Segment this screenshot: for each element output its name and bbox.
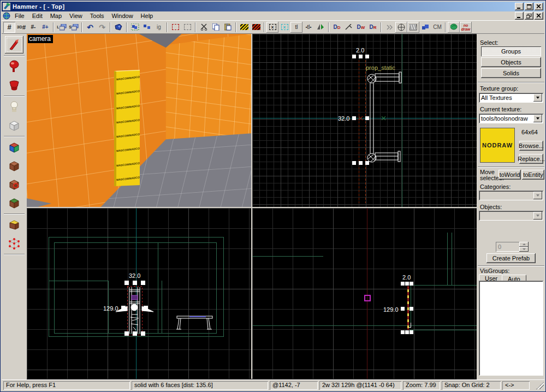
browse-button[interactable]: Browse... — [519, 141, 543, 151]
spinner-up-icon[interactable] — [519, 242, 529, 247]
show-hidden-button[interactable] — [250, 22, 262, 33]
cordon-edit-button[interactable] — [169, 22, 181, 33]
paste-button[interactable] — [222, 22, 234, 33]
menu-bar: File Edit Map View Tools Window Help — [2, 11, 544, 21]
overlay-tool-button[interactable] — [5, 194, 23, 212]
save-window-state-button[interactable]: S — [68, 22, 80, 33]
smaller-grid-button[interactable]: #- — [27, 22, 39, 33]
select-groups-button[interactable]: Groups — [481, 46, 541, 56]
menu-map[interactable]: Map — [46, 11, 66, 20]
cut-button[interactable] — [198, 22, 210, 33]
ladder-prop-wireframe[interactable] — [116, 287, 153, 334]
vertex-cube-icon — [8, 237, 21, 250]
close-button[interactable] — [535, 3, 543, 10]
mdi-minimize-button[interactable] — [515, 12, 524, 20]
path-tool-button[interactable] — [343, 22, 355, 33]
viewport-top[interactable]: 2.0 32.0 prop_static — [252, 34, 477, 207]
palette-separator — [4, 213, 25, 215]
vertex-tool-button[interactable] — [5, 235, 23, 252]
toggle-grid-button[interactable]: # — [3, 22, 15, 33]
select-solids-button[interactable]: Solids — [481, 68, 541, 78]
texture-grid-button[interactable] — [407, 22, 419, 33]
group-button[interactable] — [129, 22, 141, 33]
status-coordinates: @1142, -7 — [270, 381, 318, 390]
viewport-splitter-vertical[interactable] — [251, 34, 252, 379]
copy-button[interactable] — [210, 22, 222, 33]
larger-grid-button[interactable]: #+ — [39, 22, 51, 33]
sound-browser-button[interactable] — [383, 22, 395, 33]
undo-button[interactable]: ↶ — [84, 22, 96, 33]
minimize-button[interactable] — [515, 3, 524, 10]
table-prop-wireframe[interactable] — [176, 316, 212, 329]
mdi-close-button[interactable] — [535, 12, 543, 20]
texture-scale-lock-button[interactable]: •tl• — [302, 22, 314, 33]
toggle-dw-button[interactable]: DW — [355, 22, 367, 33]
magnify-tool-button[interactable] — [5, 58, 23, 75]
ungroup-button[interactable] — [141, 22, 153, 33]
selection-mode-button[interactable]: x — [266, 22, 278, 33]
toggle-3d-grid-button[interactable]: 3D# — [15, 22, 27, 33]
load-window-state-button[interactable]: L — [56, 22, 68, 33]
clipping-tool-button[interactable] — [5, 216, 23, 234]
dim-height-label: 129.0 — [103, 305, 118, 312]
toggle-dd-button[interactable]: DD — [331, 22, 343, 33]
texture-preview[interactable]: NODRAW — [480, 128, 515, 163]
models-toggle-button[interactable] — [419, 22, 431, 33]
apply-nodraw-button[interactable]: nodraw — [460, 22, 472, 33]
main-toolbar: # 3D# #- #+ L S ↶ ↷ ig x x tl •tl• DD D — [2, 21, 544, 34]
menu-window[interactable]: Window — [108, 11, 136, 20]
mdi-restore-button[interactable] — [525, 12, 533, 20]
toolbar-separator — [264, 22, 265, 32]
maximize-button[interactable] — [525, 3, 533, 10]
visgroups-label: VisGroups: — [480, 268, 509, 274]
flip-horizontal-button[interactable] — [314, 22, 327, 33]
helpers-toggle-button[interactable] — [395, 22, 407, 33]
selected-brush-edges[interactable] — [359, 60, 365, 203]
apply-current-texture-button[interactable] — [5, 157, 23, 175]
to-entity-button[interactable]: toEntity — [522, 170, 544, 180]
menu-file[interactable]: File — [11, 11, 28, 20]
block-tool-button[interactable] — [5, 117, 23, 134]
menu-help[interactable]: Help — [137, 11, 157, 20]
move-selected-label: Move selected: — [480, 169, 500, 181]
title-bar[interactable]: Hammer - [ - Top] — [2, 2, 544, 11]
camera-tool-button[interactable] — [5, 76, 23, 94]
menu-tools[interactable]: Tools — [86, 11, 108, 20]
cm-button[interactable]: CM — [431, 22, 443, 33]
carve-button[interactable] — [112, 22, 124, 33]
menu-edit[interactable]: Edit — [28, 11, 46, 20]
panel-separator — [478, 167, 544, 168]
cordon-toggle-button[interactable] — [181, 22, 193, 33]
face-edit-button[interactable] — [448, 22, 460, 33]
texture-application-tool-button[interactable] — [5, 139, 23, 156]
texture-lock-button[interactable]: tl — [290, 22, 302, 33]
texture-size-label: 64x64 — [521, 129, 538, 135]
ignore-groups-button[interactable]: ig — [153, 22, 165, 33]
resize-grip[interactable] — [536, 382, 544, 389]
entity-tool-button[interactable] — [5, 98, 23, 116]
nodraw-brush-3d[interactable]: MADCOWMADCOW MADCOWMADCOW MADCOWMADCOW M… — [114, 70, 140, 186]
texture-group-combo[interactable]: All Textures — [479, 93, 543, 103]
selection-tool-button[interactable] — [5, 36, 23, 54]
prefab-angle-spinner: 0 — [496, 242, 529, 252]
create-prefab-button[interactable]: Create Prefab — [486, 253, 536, 263]
toggle-dr-button[interactable]: DR — [367, 22, 379, 33]
visgroups-list[interactable] — [479, 281, 543, 376]
to-world-button[interactable]: toWorld — [498, 170, 521, 180]
redo-button[interactable]: ↷ — [96, 22, 108, 33]
chevron-down-icon[interactable] — [533, 94, 542, 102]
apply-decals-button[interactable] — [5, 176, 23, 193]
viewport-front[interactable]: 32.0 129.0 — [27, 208, 251, 379]
select-objects-button[interactable]: Objects — [481, 57, 541, 67]
viewport-3d[interactable]: MADCOWMADCOW MADCOWMADCOW MADCOWMADCOW M… — [27, 34, 251, 207]
magnify-selection-button[interactable]: x — [278, 22, 290, 33]
menu-view[interactable]: View — [66, 11, 86, 20]
chevron-down-icon[interactable] — [533, 115, 542, 122]
replace-button[interactable]: Replace... — [519, 154, 543, 164]
selection-handles[interactable] — [352, 55, 369, 165]
viewport-side[interactable]: 2.0 129.0 — [252, 208, 477, 379]
spinner-down-icon[interactable] — [519, 247, 529, 252]
viewport-splitter-horizontal[interactable] — [27, 207, 477, 208]
hide-selected-button[interactable] — [238, 22, 250, 33]
current-texture-combo[interactable]: tools/toolsnodraw — [479, 114, 543, 123]
